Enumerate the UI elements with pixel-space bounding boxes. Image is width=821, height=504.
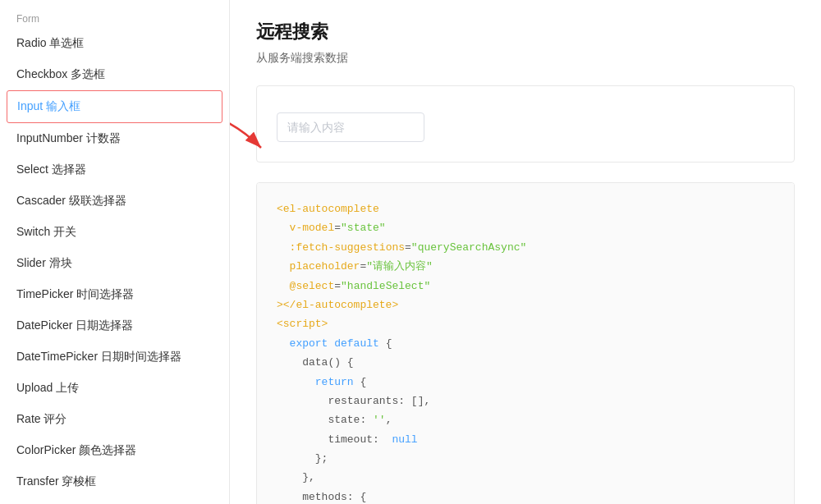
sidebar-item-datetimepicker[interactable]: DateTimePicker 日期时间选择器 <box>0 341 229 373</box>
code-line-4: placeholder="请输入内容" <box>277 260 433 273</box>
main-content: 远程搜索 从服务端搜索数据 <el-autocomplete v-model="… <box>230 0 821 504</box>
demo-box <box>256 85 795 163</box>
sidebar-item-checkbox[interactable]: Checkbox 多选框 <box>0 59 229 90</box>
code-line-2: v-model="state" <box>277 222 386 234</box>
code-line-11: restaurants: [], <box>277 395 430 407</box>
sidebar-section-title: Form <box>0 7 229 28</box>
code-line-5: @select="handleSelect" <box>277 280 430 292</box>
code-block: <el-autocomplete v-model="state" :fetch-… <box>256 182 795 504</box>
sidebar-item-transfer[interactable]: Transfer 穿梭框 <box>0 466 229 497</box>
sidebar-item-inputnumber[interactable]: InputNumber 计数器 <box>0 123 229 154</box>
sidebar-item-datepicker[interactable]: DatePicker 日期选择器 <box>0 310 229 341</box>
sidebar-item-input[interactable]: Input 输入框 <box>7 90 222 123</box>
sidebar: Form Radio 单选框 Checkbox 多选框 Input 输入框 In… <box>0 0 230 504</box>
code-line-13: timeout: null <box>277 433 418 446</box>
sidebar-item-radio[interactable]: Radio 单选框 <box>0 28 229 59</box>
sidebar-item-colorpicker[interactable]: ColorPicker 颜色选择器 <box>0 435 229 466</box>
code-line-6: ></el-autocomplete> <box>277 299 398 311</box>
code-line-1: <el-autocomplete <box>277 203 379 215</box>
sidebar-item-rate[interactable]: Rate 评分 <box>0 404 229 435</box>
sidebar-item-slider[interactable]: Slider 滑块 <box>0 248 229 279</box>
code-line-9: data() { <box>277 356 354 369</box>
sidebar-item-select[interactable]: Select 选择器 <box>0 154 229 186</box>
code-line-3: :fetch-suggestions="querySearchAsync" <box>277 241 526 254</box>
code-line-14: }; <box>277 452 328 465</box>
code-line-10: return { <box>277 376 366 388</box>
code-line-8: export default { <box>277 337 392 350</box>
page-title: 远程搜索 <box>256 20 795 44</box>
code-line-12: state: '', <box>277 414 392 426</box>
autocomplete-input[interactable] <box>277 112 424 142</box>
arrow-indicator <box>230 103 269 176</box>
code-line-16: methods: { <box>277 491 366 503</box>
code-line-15: }, <box>277 471 315 483</box>
page-description: 从服务端搜索数据 <box>256 51 795 66</box>
sidebar-item-timepicker[interactable]: TimePicker 时间选择器 <box>0 279 229 310</box>
sidebar-item-switch[interactable]: Switch 开关 <box>0 217 229 248</box>
sidebar-item-cascader[interactable]: Cascader 级联选择器 <box>0 186 229 217</box>
code-line-7: <script> <box>277 318 328 330</box>
sidebar-item-upload[interactable]: Upload 上传 <box>0 373 229 404</box>
